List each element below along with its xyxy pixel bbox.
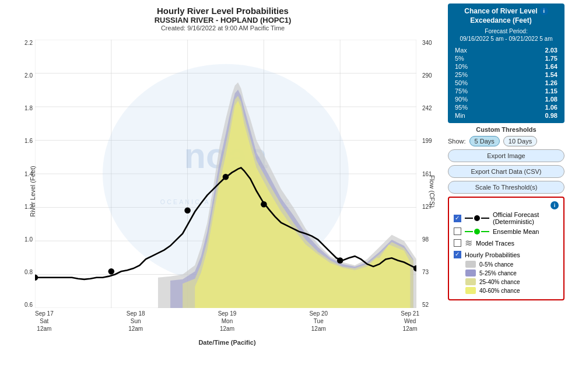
forecast-period: Forecast Period: 09/16/2022 5 am - 09/21… xyxy=(453,27,560,43)
legend-subitem-5-25: 5-25% chance xyxy=(465,270,559,276)
exc-label: 50% xyxy=(453,79,507,87)
exc-label: Max xyxy=(453,46,507,54)
chart-area: Hourly River Level Probabilities RUSSIAN… xyxy=(0,0,446,392)
legend-box: i Official Forecast(Deterministic) Ensem… xyxy=(448,197,565,300)
legend-item-official-forecast: Official Forecast(Deterministic) xyxy=(454,211,559,225)
x-axis-label: Date/Time (Pacific) xyxy=(35,339,419,346)
exceedance-row: Min0.98 xyxy=(453,111,560,120)
ensemble-mean-checkbox[interactable] xyxy=(454,228,461,235)
export-image-button[interactable]: Export Image xyxy=(448,149,565,162)
exc-value: 1.54 xyxy=(507,71,560,79)
exceedance-row: 25%1.54 xyxy=(453,71,560,79)
exceedance-row: 50%1.26 xyxy=(453,79,560,87)
x-tick-1: Sep 18Sun12am xyxy=(127,310,145,332)
chart-svg-container: noaa OCEANIC AND ATMOSPHERIC xyxy=(35,40,416,308)
exc-value: 1.64 xyxy=(507,62,560,71)
svg-point-27 xyxy=(337,257,343,263)
exc-value: 1.26 xyxy=(507,79,560,87)
legend-subitem-40-60: 40-60% chance xyxy=(465,287,559,294)
exceedance-row: Max2.03 xyxy=(453,46,560,54)
model-traces-checkbox[interactable] xyxy=(454,239,461,247)
legend-info-icon[interactable]: i xyxy=(551,201,559,209)
x-tick-0: Sep 17Sat12am xyxy=(35,310,54,332)
band-40-60-label: 40-60% chance xyxy=(479,288,520,294)
ensemble-mean-label: Ensemble Mean xyxy=(493,228,539,235)
exceedance-row: 90%1.08 xyxy=(453,95,560,103)
scale-threshold-button[interactable]: Scale To Threshold(s) xyxy=(448,181,565,194)
legend-item-ensemble-mean: Ensemble Mean xyxy=(454,228,559,235)
right-panel: Chance of River LevelExceedance (Feet) i… xyxy=(446,0,568,392)
legend-subitem-0-5: 0-5% chance xyxy=(465,261,559,268)
official-forecast-checkbox[interactable] xyxy=(454,215,461,222)
exceedance-box: Chance of River LevelExceedance (Feet) i… xyxy=(448,4,565,123)
exc-label: 95% xyxy=(453,103,507,111)
hourly-probabilities-checkbox[interactable] xyxy=(454,251,461,258)
show-days-row: Show: 5 Days 10 Days xyxy=(448,136,565,146)
x-tick-4: Sep 21Wed12am xyxy=(401,310,419,332)
chart-wrapper: River Level (Feet) 2.22.01.81.61.41.21.0… xyxy=(6,34,440,349)
exc-label: 5% xyxy=(453,54,507,62)
exc-value: 1.06 xyxy=(507,103,560,111)
exceedance-title: Chance of River LevelExceedance (Feet) xyxy=(464,7,537,25)
x-tick-3: Sep 20Tue12am xyxy=(309,310,328,332)
exc-value: 2.03 xyxy=(507,46,560,54)
svg-point-22 xyxy=(35,275,38,281)
exceedance-row: 5%1.75 xyxy=(453,54,560,62)
band-5-25-label: 5-25% chance xyxy=(479,270,517,276)
10-days-button[interactable]: 10 Days xyxy=(503,136,537,146)
exc-label: 25% xyxy=(453,71,507,79)
exc-label: 10% xyxy=(453,62,507,71)
exceedance-row: 95%1.06 xyxy=(453,103,560,111)
svg-point-24 xyxy=(184,208,191,214)
exc-label: Min xyxy=(453,111,507,120)
custom-thresholds-label: Custom Thresholds xyxy=(448,126,565,133)
model-traces-label: Model Traces xyxy=(476,240,514,247)
exc-value: 1.75 xyxy=(507,54,560,62)
hourly-probabilities-label: Hourly Probabilities xyxy=(465,251,520,258)
chart-created: Created: 9/16/2022 at 9:00 AM Pacific Ti… xyxy=(6,24,440,32)
exc-value: 0.98 xyxy=(507,111,560,120)
exceedance-info-icon[interactable]: i xyxy=(540,7,548,15)
svg-point-25 xyxy=(223,174,229,180)
x-tick-labels: Sep 17Sat12am Sep 18Sun12am Sep 19Mon12a… xyxy=(35,310,419,332)
export-csv-button[interactable]: Export Chart Data (CSV) xyxy=(448,165,565,178)
exceedance-row: 75%1.15 xyxy=(453,87,560,95)
5-days-button[interactable]: 5 Days xyxy=(469,136,500,146)
exceedance-row: 10%1.64 xyxy=(453,62,560,71)
exc-value: 1.08 xyxy=(507,95,560,103)
legend-item-model-traces: ≋ Model Traces xyxy=(454,237,559,249)
exc-value: 1.15 xyxy=(507,87,560,95)
official-forecast-label: Official Forecast(Deterministic) xyxy=(493,211,539,225)
y-ticks-right: 340290242199161127987352 xyxy=(422,40,439,308)
y-ticks-left: 2.22.01.81.61.41.21.00.80.6 xyxy=(19,40,33,308)
show-label: Show: xyxy=(448,138,466,145)
exc-label: 90% xyxy=(453,95,507,103)
svg-point-23 xyxy=(108,268,115,274)
legend-subitem-25-40: 25-40% chance xyxy=(465,278,559,285)
chart-title: Hourly River Level Probabilities xyxy=(6,6,440,16)
exceedance-table: Max2.035%1.7510%1.6425%1.5450%1.2675%1.1… xyxy=(453,46,560,120)
band-0-5-label: 0-5% chance xyxy=(479,261,513,268)
legend-item-hourly-probabilities: Hourly Probabilities xyxy=(454,251,559,258)
y-axis-right-label: Flow (CFS) xyxy=(429,175,436,208)
chart-subtitle: RUSSIAN RIVER - HOPLAND (HOPC1) xyxy=(6,16,440,24)
band-25-40-label: 25-40% chance xyxy=(479,279,520,285)
exc-label: 75% xyxy=(453,87,507,95)
chart-title-block: Hourly River Level Probabilities RUSSIAN… xyxy=(6,6,440,32)
x-tick-2: Sep 19Mon12am xyxy=(218,310,237,332)
svg-point-26 xyxy=(261,201,267,207)
